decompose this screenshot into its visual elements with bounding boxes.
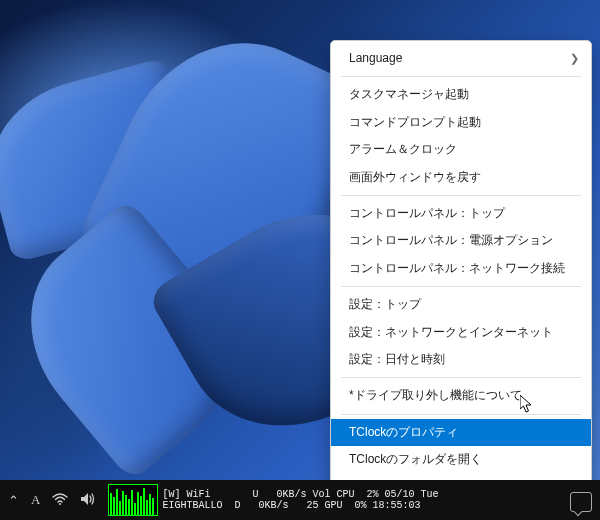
tray-chevron-icon[interactable]: ⌃ xyxy=(8,493,19,508)
svg-point-0 xyxy=(59,503,61,505)
menu-item-settings-date[interactable]: 設定：日付と時刻 xyxy=(331,346,591,373)
menu-item-label: アラーム＆クロック xyxy=(349,142,457,156)
menu-item-label: Language xyxy=(349,51,402,65)
menu-item-label: コントロールパネル：ネットワーク接続 xyxy=(349,261,565,275)
menu-item-tclock-properties[interactable]: TClockのプロパティ xyxy=(331,419,591,446)
menu-item-task-manager[interactable]: タスクマネージャ起動 xyxy=(331,81,591,108)
menu-separator xyxy=(341,286,581,287)
wifi-icon[interactable] xyxy=(52,493,68,508)
menu-separator xyxy=(341,377,581,378)
menu-item-settings-top[interactable]: 設定：トップ xyxy=(331,291,591,318)
menu-item-command-prompt[interactable]: コマンドプロンプト起動 xyxy=(331,109,591,136)
menu-item-label: 設定：日付と時刻 xyxy=(349,352,445,366)
context-menu: Language ❯ タスクマネージャ起動 コマンドプロンプト起動 アラーム＆ク… xyxy=(330,40,592,520)
menu-item-cpl-net[interactable]: コントロールパネル：ネットワーク接続 xyxy=(331,255,591,282)
menu-item-cpl-power[interactable]: コントロールパネル：電源オプション xyxy=(331,227,591,254)
taskbar: ⌃ A [W] WiFi U 0KB/s Vol CPU 2% 05/10 Tu… xyxy=(0,480,600,520)
menu-separator xyxy=(341,195,581,196)
menu-item-label: 設定：ネットワークとインターネット xyxy=(349,325,553,339)
ime-indicator[interactable]: A xyxy=(31,492,40,508)
menu-item-drive-removal[interactable]: *ドライブ取り外し機能について xyxy=(331,382,591,409)
menu-separator xyxy=(341,414,581,415)
net-graph xyxy=(108,484,158,516)
volume-icon[interactable] xyxy=(80,492,96,509)
menu-item-settings-net[interactable]: 設定：ネットワークとインターネット xyxy=(331,319,591,346)
menu-item-tclock-folder[interactable]: TClockのフォルダを開く xyxy=(331,446,591,473)
menu-item-offscreen-window[interactable]: 画面外ウィンドウを戻す xyxy=(331,164,591,191)
menu-item-label: TClockのプロパティ xyxy=(349,425,458,439)
menu-item-label: タスクマネージャ起動 xyxy=(349,87,469,101)
monitor-text: [W] WiFi U 0KB/s Vol CPU 2% 05/10 Tue EI… xyxy=(162,489,438,512)
menu-item-label: 画面外ウィンドウを戻す xyxy=(349,170,481,184)
menu-separator xyxy=(341,76,581,77)
menu-item-alarm-clock[interactable]: アラーム＆クロック xyxy=(331,136,591,163)
menu-item-label: *ドライブ取り外し機能について xyxy=(349,388,522,402)
menu-item-label: コマンドプロンプト起動 xyxy=(349,115,481,129)
menu-item-label: コントロールパネル：電源オプション xyxy=(349,233,553,247)
menu-item-label: TClockのフォルダを開く xyxy=(349,452,482,466)
submenu-arrow-icon: ❯ xyxy=(570,51,579,67)
taskbar-monitor: [W] WiFi U 0KB/s Vol CPU 2% 05/10 Tue EI… xyxy=(108,484,438,516)
monitor-line2: EIGHTBALLO D 0KB/s 25 GPU 0% 18:55:03 xyxy=(162,500,420,511)
menu-item-cpl-top[interactable]: コントロールパネル：トップ xyxy=(331,200,591,227)
menu-item-label: 設定：トップ xyxy=(349,297,421,311)
taskbar-tray: ⌃ A xyxy=(0,492,96,509)
menu-item-language[interactable]: Language ❯ xyxy=(331,45,591,72)
menu-item-label: コントロールパネル：トップ xyxy=(349,206,505,220)
monitor-line1: [W] WiFi U 0KB/s Vol CPU 2% 05/10 Tue xyxy=(162,489,438,500)
chat-icon[interactable] xyxy=(570,492,592,512)
